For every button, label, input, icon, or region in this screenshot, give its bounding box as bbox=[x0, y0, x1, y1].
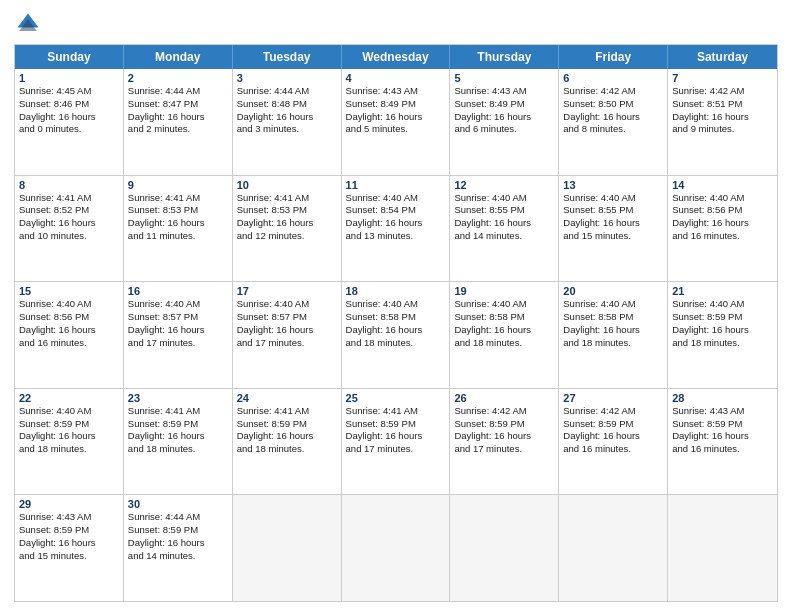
cell-info-line: Sunset: 8:58 PM bbox=[454, 311, 554, 324]
cell-info-line: Sunset: 8:53 PM bbox=[237, 204, 337, 217]
calendar-cell: 6Sunrise: 4:42 AMSunset: 8:50 PMDaylight… bbox=[559, 69, 668, 175]
calendar-cell: 18Sunrise: 4:40 AMSunset: 8:58 PMDayligh… bbox=[342, 282, 451, 388]
cell-info-line: Daylight: 16 hours bbox=[237, 111, 337, 124]
cell-info-line: Sunrise: 4:40 AM bbox=[19, 405, 119, 418]
calendar-cell: 30Sunrise: 4:44 AMSunset: 8:59 PMDayligh… bbox=[124, 495, 233, 601]
cell-info-line: Daylight: 16 hours bbox=[672, 324, 773, 337]
cell-info-line: and 5 minutes. bbox=[346, 123, 446, 136]
cell-info-line: and 9 minutes. bbox=[672, 123, 773, 136]
cell-info-line: Sunrise: 4:42 AM bbox=[563, 405, 663, 418]
calendar-week-row: 22Sunrise: 4:40 AMSunset: 8:59 PMDayligh… bbox=[15, 389, 777, 496]
cell-info-line: Sunset: 8:56 PM bbox=[19, 311, 119, 324]
cell-info-line: and 16 minutes. bbox=[672, 230, 773, 243]
cell-info-line: Sunrise: 4:40 AM bbox=[672, 298, 773, 311]
cell-info-line: Sunset: 8:56 PM bbox=[672, 204, 773, 217]
cell-info-line: Daylight: 16 hours bbox=[19, 430, 119, 443]
cell-info-line: Daylight: 16 hours bbox=[563, 111, 663, 124]
cell-info-line: and 18 minutes. bbox=[454, 337, 554, 350]
day-number: 6 bbox=[563, 72, 663, 84]
cell-info-line: and 14 minutes. bbox=[454, 230, 554, 243]
calendar-cell: 28Sunrise: 4:43 AMSunset: 8:59 PMDayligh… bbox=[668, 389, 777, 495]
day-of-week-header: Tuesday bbox=[233, 45, 342, 69]
cell-info-line: Sunrise: 4:44 AM bbox=[128, 511, 228, 524]
calendar-cell: 12Sunrise: 4:40 AMSunset: 8:55 PMDayligh… bbox=[450, 176, 559, 282]
calendar-cell bbox=[342, 495, 451, 601]
day-number: 22 bbox=[19, 392, 119, 404]
cell-info-line: Daylight: 16 hours bbox=[128, 324, 228, 337]
day-number: 14 bbox=[672, 179, 773, 191]
cell-info-line: Daylight: 16 hours bbox=[237, 430, 337, 443]
cell-info-line: and 8 minutes. bbox=[563, 123, 663, 136]
cell-info-line: and 18 minutes. bbox=[19, 443, 119, 456]
cell-info-line: Sunrise: 4:40 AM bbox=[454, 298, 554, 311]
day-of-week-header: Wednesday bbox=[342, 45, 451, 69]
cell-info-line: Sunset: 8:49 PM bbox=[346, 98, 446, 111]
day-number: 11 bbox=[346, 179, 446, 191]
cell-info-line: Sunrise: 4:40 AM bbox=[128, 298, 228, 311]
cell-info-line: Daylight: 16 hours bbox=[128, 217, 228, 230]
cell-info-line: Sunrise: 4:43 AM bbox=[19, 511, 119, 524]
cell-info-line: and 16 minutes. bbox=[563, 443, 663, 456]
calendar-cell: 2Sunrise: 4:44 AMSunset: 8:47 PMDaylight… bbox=[124, 69, 233, 175]
calendar-cell: 16Sunrise: 4:40 AMSunset: 8:57 PMDayligh… bbox=[124, 282, 233, 388]
day-number: 8 bbox=[19, 179, 119, 191]
cell-info-line: and 18 minutes. bbox=[128, 443, 228, 456]
calendar-cell: 23Sunrise: 4:41 AMSunset: 8:59 PMDayligh… bbox=[124, 389, 233, 495]
day-number: 19 bbox=[454, 285, 554, 297]
cell-info-line: Sunset: 8:58 PM bbox=[346, 311, 446, 324]
cell-info-line: Sunset: 8:59 PM bbox=[128, 524, 228, 537]
cell-info-line: Sunset: 8:57 PM bbox=[237, 311, 337, 324]
cell-info-line: Daylight: 16 hours bbox=[346, 111, 446, 124]
cell-info-line: Sunrise: 4:44 AM bbox=[237, 85, 337, 98]
cell-info-line: and 15 minutes. bbox=[19, 550, 119, 563]
cell-info-line: Sunrise: 4:40 AM bbox=[563, 298, 663, 311]
cell-info-line: Sunset: 8:55 PM bbox=[563, 204, 663, 217]
cell-info-line: Daylight: 16 hours bbox=[19, 324, 119, 337]
cell-info-line: and 10 minutes. bbox=[19, 230, 119, 243]
calendar-cell: 27Sunrise: 4:42 AMSunset: 8:59 PMDayligh… bbox=[559, 389, 668, 495]
cell-info-line: Sunrise: 4:40 AM bbox=[563, 192, 663, 205]
cell-info-line: Sunset: 8:58 PM bbox=[563, 311, 663, 324]
day-number: 3 bbox=[237, 72, 337, 84]
cell-info-line: and 17 minutes. bbox=[346, 443, 446, 456]
cell-info-line: Daylight: 16 hours bbox=[237, 217, 337, 230]
cell-info-line: and 18 minutes. bbox=[237, 443, 337, 456]
day-number: 24 bbox=[237, 392, 337, 404]
day-number: 4 bbox=[346, 72, 446, 84]
cell-info-line: Daylight: 16 hours bbox=[237, 324, 337, 337]
cell-info-line: Sunrise: 4:40 AM bbox=[346, 298, 446, 311]
calendar-cell: 5Sunrise: 4:43 AMSunset: 8:49 PMDaylight… bbox=[450, 69, 559, 175]
cell-info-line: Sunset: 8:59 PM bbox=[563, 418, 663, 431]
cell-info-line: Sunrise: 4:44 AM bbox=[128, 85, 228, 98]
cell-info-line: Sunset: 8:59 PM bbox=[454, 418, 554, 431]
cell-info-line: Sunrise: 4:42 AM bbox=[672, 85, 773, 98]
cell-info-line: Sunset: 8:59 PM bbox=[19, 418, 119, 431]
cell-info-line: Sunset: 8:53 PM bbox=[128, 204, 228, 217]
calendar-cell: 22Sunrise: 4:40 AMSunset: 8:59 PMDayligh… bbox=[15, 389, 124, 495]
cell-info-line: Daylight: 16 hours bbox=[563, 217, 663, 230]
day-of-week-header: Sunday bbox=[15, 45, 124, 69]
cell-info-line: Sunrise: 4:40 AM bbox=[672, 192, 773, 205]
day-number: 29 bbox=[19, 498, 119, 510]
logo bbox=[14, 10, 46, 38]
cell-info-line: Sunset: 8:54 PM bbox=[346, 204, 446, 217]
cell-info-line: Daylight: 16 hours bbox=[19, 217, 119, 230]
calendar-cell: 17Sunrise: 4:40 AMSunset: 8:57 PMDayligh… bbox=[233, 282, 342, 388]
cell-info-line: and 12 minutes. bbox=[237, 230, 337, 243]
cell-info-line: Daylight: 16 hours bbox=[454, 324, 554, 337]
day-of-week-header: Monday bbox=[124, 45, 233, 69]
calendar-week-row: 29Sunrise: 4:43 AMSunset: 8:59 PMDayligh… bbox=[15, 495, 777, 601]
day-number: 10 bbox=[237, 179, 337, 191]
cell-info-line: Daylight: 16 hours bbox=[672, 217, 773, 230]
day-of-week-header: Saturday bbox=[668, 45, 777, 69]
calendar-cell: 19Sunrise: 4:40 AMSunset: 8:58 PMDayligh… bbox=[450, 282, 559, 388]
cell-info-line: Sunrise: 4:41 AM bbox=[237, 192, 337, 205]
cell-info-line: and 17 minutes. bbox=[454, 443, 554, 456]
cell-info-line: Sunrise: 4:42 AM bbox=[563, 85, 663, 98]
header bbox=[14, 10, 778, 38]
calendar-cell: 3Sunrise: 4:44 AMSunset: 8:48 PMDaylight… bbox=[233, 69, 342, 175]
cell-info-line: Sunrise: 4:45 AM bbox=[19, 85, 119, 98]
cell-info-line: and 16 minutes. bbox=[19, 337, 119, 350]
day-number: 25 bbox=[346, 392, 446, 404]
calendar-cell: 15Sunrise: 4:40 AMSunset: 8:56 PMDayligh… bbox=[15, 282, 124, 388]
